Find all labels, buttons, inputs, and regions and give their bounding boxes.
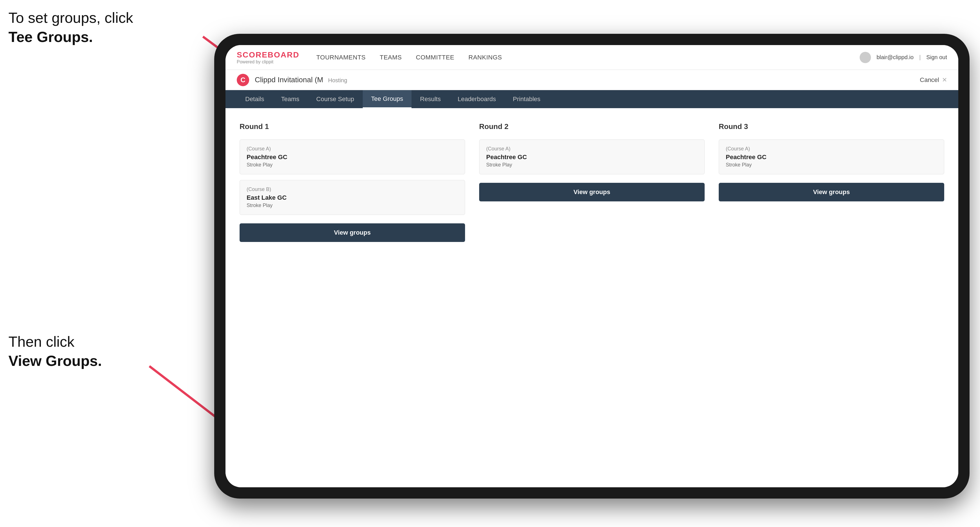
round-1-title: Round 1 <box>240 122 465 131</box>
round-2-title: Round 2 <box>479 122 705 131</box>
round-3-view-groups-button[interactable]: View groups <box>719 183 944 202</box>
tab-printables[interactable]: Printables <box>504 90 549 108</box>
instruction-top: To set groups, click Tee Groups. <box>8 8 133 46</box>
cancel-button[interactable]: Cancel <box>920 76 939 84</box>
round-2-course-a-name: Peachtree GC <box>486 154 698 161</box>
round-3-title: Round 3 <box>719 122 944 131</box>
round-1-course-b-name: East Lake GC <box>247 194 458 202</box>
round-3-course-a-card: (Course A) Peachtree GC Stroke Play <box>719 140 944 175</box>
sign-out-link[interactable]: Sign out <box>926 54 947 60</box>
tablet-screen: SCOREBOARD Powered by clippit TOURNAMENT… <box>226 45 958 487</box>
nav-tournaments[interactable]: TOURNAMENTS <box>316 54 366 61</box>
tab-tee-groups[interactable]: Tee Groups <box>363 90 412 108</box>
user-email: blair@clippd.io <box>877 54 913 60</box>
tab-results[interactable]: Results <box>412 90 449 108</box>
tab-details[interactable]: Details <box>237 90 272 108</box>
logo-scoreboard: SCOREBOARD <box>237 51 299 59</box>
round-1-view-groups-button[interactable]: View groups <box>240 223 465 242</box>
round-3-course-a-label: (Course A) <box>726 146 937 152</box>
instruction-top-line1: To set groups, click <box>8 10 133 26</box>
logo-sub: Powered by clippit <box>237 59 299 65</box>
tournament-hosting: Hosting <box>328 77 347 83</box>
tournament-name: Clippd Invitational (M Hosting <box>255 76 920 84</box>
logo-text: SCOREBO <box>237 51 281 59</box>
instruction-bottom-bold: View Groups. <box>8 352 102 369</box>
main-nav: TOURNAMENTS TEAMS COMMITTEE RANKINGS <box>316 54 860 61</box>
instruction-bottom: Then click View Groups. <box>8 332 102 370</box>
instruction-top-bold: Tee Groups. <box>8 29 93 45</box>
nav-right: blair@clippd.io | Sign out <box>860 52 947 63</box>
round-2-course-a-card: (Course A) Peachtree GC Stroke Play <box>479 140 705 175</box>
round-1-course-a-format: Stroke Play <box>247 162 458 168</box>
tournament-logo: C <box>237 74 249 86</box>
round-2-section: Round 2 (Course A) Peachtree GC Stroke P… <box>479 122 705 242</box>
logo-accent: ARD <box>281 51 300 59</box>
round-2-course-a-format: Stroke Play <box>486 162 698 168</box>
tab-leaderboards[interactable]: Leaderboards <box>449 90 504 108</box>
round-1-course-b-card: (Course B) East Lake GC Stroke Play <box>240 180 465 215</box>
round-1-course-a-name: Peachtree GC <box>247 154 458 161</box>
round-1-course-a-card: (Course A) Peachtree GC Stroke Play <box>240 140 465 175</box>
round-1-course-b-label: (Course B) <box>247 186 458 192</box>
tournament-header: C Clippd Invitational (M Hosting Cancel … <box>226 70 958 90</box>
tablet-shell: SCOREBOARD Powered by clippit TOURNAMENT… <box>214 34 970 498</box>
nav-rankings[interactable]: RANKINGS <box>468 54 502 61</box>
logo-area: SCOREBOARD Powered by clippit <box>237 51 299 65</box>
round-2-course-a-label: (Course A) <box>486 146 698 152</box>
tab-course-setup[interactable]: Course Setup <box>308 90 363 108</box>
round-1-section: Round 1 (Course A) Peachtree GC Stroke P… <box>240 122 465 242</box>
user-avatar <box>860 52 871 63</box>
main-content: Round 1 (Course A) Peachtree GC Stroke P… <box>226 108 958 487</box>
round-2-view-groups-button[interactable]: View groups <box>479 183 705 202</box>
nav-teams[interactable]: TEAMS <box>380 54 402 61</box>
cancel-x[interactable]: ✕ <box>942 76 947 84</box>
round-1-course-a-label: (Course A) <box>247 146 458 152</box>
top-nav: SCOREBOARD Powered by clippit TOURNAMENT… <box>226 45 958 70</box>
instruction-bottom-line1: Then click <box>8 333 75 350</box>
round-3-course-a-name: Peachtree GC <box>726 154 937 161</box>
round-3-course-a-format: Stroke Play <box>726 162 937 168</box>
nav-separator: | <box>919 54 921 60</box>
round-3-section: Round 3 (Course A) Peachtree GC Stroke P… <box>719 122 944 242</box>
sub-nav: Details Teams Course Setup Tee Groups Re… <box>226 90 958 108</box>
nav-committee[interactable]: COMMITTEE <box>416 54 455 61</box>
tab-teams[interactable]: Teams <box>272 90 308 108</box>
rounds-grid: Round 1 (Course A) Peachtree GC Stroke P… <box>240 122 944 242</box>
round-1-course-b-format: Stroke Play <box>247 203 458 208</box>
